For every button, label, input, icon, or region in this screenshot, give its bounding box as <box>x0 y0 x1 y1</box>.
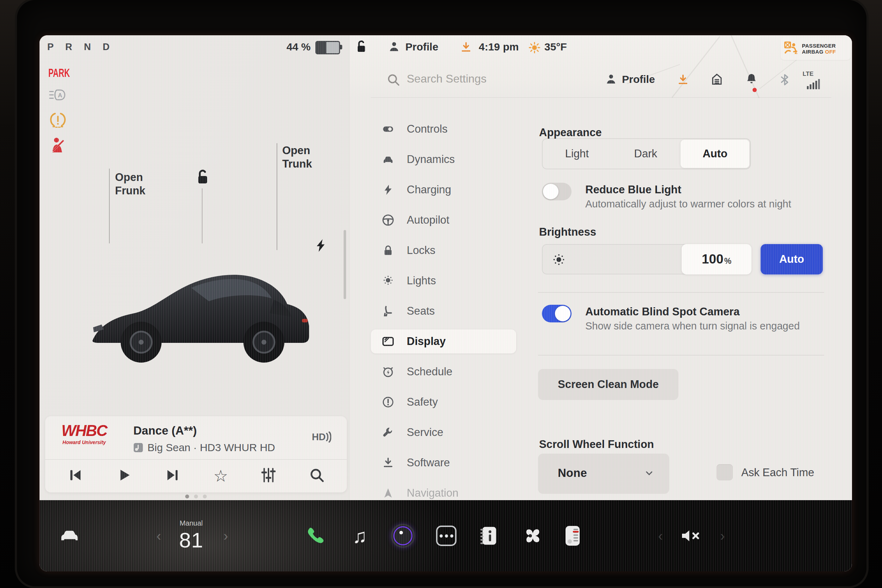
search-icon[interactable] <box>386 73 400 88</box>
more-apps-button[interactable] <box>434 500 459 572</box>
gear-indicator: P R N D <box>47 42 114 52</box>
ellipsis-icon <box>436 526 456 546</box>
homelink-icon[interactable] <box>710 73 724 87</box>
menu-item-autopilot[interactable]: Autopilot <box>371 208 516 232</box>
menu-item-charging[interactable]: Charging <box>371 178 516 202</box>
status-profile-label[interactable]: Profile <box>405 41 438 53</box>
scroll-wheel-dropdown[interactable]: None <box>538 454 669 494</box>
brightness-auto-button[interactable]: Auto <box>760 244 823 274</box>
phone-app-button[interactable] <box>303 500 328 572</box>
brightness-value-pill[interactable]: 100 % <box>682 244 752 274</box>
media-pagination <box>45 495 347 498</box>
menu-item-locks[interactable]: Locks <box>371 238 516 262</box>
play-button[interactable] <box>116 467 132 484</box>
temp-decrease-chevron[interactable]: ‹ <box>152 500 166 572</box>
menu-item-schedule[interactable]: Schedule <box>371 360 516 384</box>
passenger-airbag-indicator: 2 PASSENGER AIRBAG OFF <box>781 38 850 60</box>
station-logo[interactable]: WHBC Howard University <box>51 422 117 445</box>
brightness-slider[interactable]: 100 % <box>542 244 751 274</box>
seat-icon <box>381 304 395 318</box>
wrench-icon <box>381 426 395 439</box>
menu-item-controls[interactable]: Controls <box>371 117 516 141</box>
left-panel-scrollbar[interactable] <box>344 230 346 299</box>
update-download-icon[interactable] <box>460 41 472 55</box>
pagination-dot[interactable] <box>185 495 189 498</box>
settings-panel: Profile 4:19 pm 35°F <box>349 35 852 500</box>
owners-manual-button[interactable] <box>476 500 501 572</box>
bluetooth-icon[interactable] <box>778 73 790 88</box>
media-search-icon[interactable] <box>309 467 325 484</box>
menu-item-seats[interactable]: Seats <box>371 299 516 323</box>
streaming-app-button[interactable] <box>390 500 415 572</box>
ask-each-time-checkbox[interactable] <box>717 464 733 480</box>
sun-temp-icon <box>528 41 541 56</box>
notifications-bell-icon[interactable] <box>745 72 758 87</box>
music-app-button[interactable]: ♫ <box>348 500 372 572</box>
svg-text:2: 2 <box>795 49 797 55</box>
artist-line: Big Sean · HD3 WHUR HD <box>147 442 275 454</box>
track-title: Dance (A**) <box>134 424 197 437</box>
steering-wheel-icon <box>381 213 395 227</box>
appearance-option-light[interactable]: Light <box>543 139 611 169</box>
charge-port-bolt-icon[interactable] <box>317 239 326 253</box>
lock-icon <box>381 244 395 257</box>
software-download-icon[interactable] <box>676 74 689 87</box>
header-person-icon[interactable] <box>605 73 617 87</box>
menu-item-safety[interactable]: Safety <box>371 390 516 414</box>
navigation-arrow-icon <box>381 486 395 500</box>
media-player-card[interactable]: WHBC Howard University Dance (A**) Big S… <box>45 416 347 492</box>
car-unlocked-icon[interactable] <box>354 39 368 56</box>
appearance-heading: Appearance <box>539 126 602 139</box>
pagination-dot[interactable] <box>194 495 198 498</box>
section-divider <box>538 292 824 293</box>
chevron-down-icon <box>644 468 654 480</box>
unlocked-icon[interactable] <box>194 169 210 188</box>
touchscreen: P R N D PARK A <box>39 35 852 572</box>
climate-temperature[interactable]: Manual 81 <box>174 500 209 572</box>
favorite-star-icon[interactable]: ☆ <box>213 468 228 484</box>
battery-percent[interactable]: 44 % <box>286 41 310 53</box>
menu-item-display[interactable]: Display <box>371 330 516 353</box>
temperature-control-button[interactable] <box>560 500 585 572</box>
hd-radio-icon: HD <box>312 431 331 443</box>
open-trunk-button[interactable]: Open Trunk <box>282 144 312 171</box>
ask-each-time-label: Ask Each Time <box>741 466 814 479</box>
appearance-option-auto[interactable]: Auto <box>681 140 749 168</box>
reduce-blue-light-title: Reduce Blue Light <box>585 183 681 196</box>
previous-track-button[interactable] <box>67 467 83 484</box>
battery-icon[interactable] <box>315 41 340 54</box>
menu-item-lights[interactable]: Lights <box>371 269 516 293</box>
reduce-blue-light-toggle[interactable] <box>542 183 572 200</box>
temp-increase-chevron[interactable]: › <box>219 500 233 572</box>
blind-spot-camera-toggle[interactable] <box>542 305 572 322</box>
blind-spot-title: Automatic Blind Spot Camera <box>585 306 740 318</box>
menu-item-software[interactable]: Software <box>371 451 516 475</box>
app-dock: ‹ Manual 81 › ♫ <box>39 500 852 572</box>
car-controls-button[interactable] <box>57 500 82 572</box>
vehicle-3d-render[interactable] <box>72 211 315 410</box>
settings-header: Profile 4:19 pm 35°F <box>350 35 852 98</box>
search-input[interactable] <box>406 72 591 86</box>
header-profile-label[interactable]: Profile <box>622 74 655 86</box>
tpms-warning-icon <box>50 112 66 129</box>
next-track-button[interactable] <box>165 467 181 484</box>
equalizer-sliders-icon[interactable] <box>261 467 276 484</box>
open-frunk-button[interactable]: Open Frunk <box>115 171 146 198</box>
blind-spot-subtitle: Show side camera when turn signal is eng… <box>585 320 800 332</box>
airbag-icon: 2 <box>784 41 799 56</box>
screen-clean-mode-button[interactable]: Screen Clean Mode <box>538 369 678 400</box>
lightning-icon <box>381 183 395 196</box>
menu-item-dynamics[interactable]: Dynamics <box>371 147 516 171</box>
car-icon <box>381 153 395 166</box>
menu-item-service[interactable]: Service <box>371 420 516 444</box>
volume-up-chevron[interactable]: › <box>716 500 730 572</box>
volume-mute-button[interactable] <box>679 500 704 572</box>
climate-fan-button[interactable] <box>518 500 543 572</box>
vehicle-status-panel: P R N D PARK A <box>39 35 349 500</box>
profile-person-icon[interactable] <box>388 40 400 54</box>
pagination-dot[interactable] <box>203 495 207 498</box>
volume-down-chevron[interactable]: ‹ <box>653 500 668 572</box>
reduce-blue-light-subtitle: Automatically adjust to warmer colors at… <box>585 198 791 210</box>
auto-highbeam-icon: A <box>49 88 67 103</box>
appearance-option-dark[interactable]: Dark <box>611 139 680 169</box>
